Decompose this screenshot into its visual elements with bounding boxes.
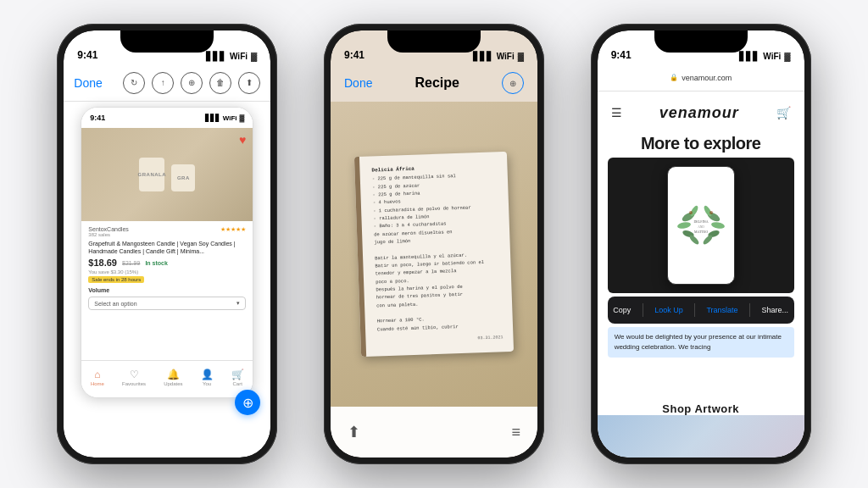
tab-cart[interactable]: 🛒 Cart [231,369,244,386]
inner-phone-etsy: 9:41 ▋▋▋ WiFi ▓ ‹ GRANALA [81,107,253,398]
done-button-1[interactable]: Done [74,76,102,90]
you-tab-icon: 👤 [201,369,214,380]
phone3-screen: 9:41 ▋▋▋ WiFi ▓ 🔒 venamour.com ☰ venamou… [598,30,804,458]
phone-2: 9:41 ▋▋▋ WiFi ▓ Done Recipe ⊕ [324,24,544,464]
lock-icon: 🔒 [670,74,678,81]
tab-favourites[interactable]: ♡ Favourites [122,369,146,386]
candle-visual: GRANALA GRA [139,158,195,191]
candle-small: GRA [171,164,195,191]
phone2-screen: 9:41 ▋▋▋ WiFi ▓ Done Recipe ⊕ [331,30,537,458]
nav-icon-person[interactable]: ⊕ [181,72,203,94]
select-placeholder: Select an option [94,301,136,307]
notebook-spine [354,157,366,357]
tab-home[interactable]: ⌂ Home [91,369,104,386]
phone2-navbar: Done Recipe ⊕ [331,64,537,102]
inner-wifi: WiFi [223,114,237,122]
wifi-icon: WiFi [230,52,248,61]
notch-3 [654,30,748,53]
translate-menu-item[interactable]: Translate [706,306,737,314]
save-text: You save $3.30 (15%) [88,269,246,274]
inner-time: 9:41 [90,114,105,122]
in-stock-badge: In stock [145,260,167,266]
volume-label: Volume [88,287,246,293]
price-row: $18.69 $21.99 In stock [88,258,246,268]
list-action-icon[interactable]: ≡ [511,424,520,441]
scene: 9:41 ▋▋▋ WiFi ▓ Done ↻ ↑ ⊕ 🗑 ⬆ [0,0,868,488]
shop-artwork-link[interactable]: Shop Artwork [598,402,804,415]
tab-updates[interactable]: 🔔 Updates [164,369,182,386]
notebook-content: Delicia África - 225 g de mantequilla si… [364,163,503,347]
context-divider-1 [643,303,643,317]
export-icon: ⬆ [246,78,253,87]
product-info: SentoxCandles 382 sales ★★★★★ Grapefruit… [81,221,253,315]
lookup-menu-item[interactable]: Look Up [654,306,683,314]
product-showcase: DELFINA AND MATTEO [608,158,794,293]
share-icon: ↑ [161,78,165,87]
globe-icon: ⊕ [509,79,516,88]
updates-tab-label: Updates [164,381,182,386]
signal-icon-3: ▋▋▋ [739,52,760,61]
svg-point-3 [688,234,700,246]
inner-signal: ▋▋▋ [205,114,220,122]
battery-icon-3: ▓ [784,52,790,61]
status-time-2: 9:41 [344,49,364,61]
you-tab-label: You [203,381,211,386]
wifi-icon-3: WiFi [763,52,781,61]
copy-menu-item[interactable]: Copy [613,306,631,314]
phone1-nav-icons: ↻ ↑ ⊕ 🗑 ⬆ [123,72,260,94]
status-time-3: 9:41 [611,49,632,61]
share-action-icon[interactable]: ⬆ [348,423,360,441]
tab-you[interactable]: 👤 You [201,369,214,386]
nav-icon-refresh[interactable]: ↻ [123,72,145,94]
price-main: $18.69 [88,258,117,268]
heart-icon[interactable]: ♥ [239,133,246,147]
svg-text:MATTEO: MATTEO [694,230,708,234]
translate-btn[interactable]: ⊕ [502,72,524,94]
shop-reviews: 382 sales [88,232,128,237]
url-bar[interactable]: 🔒 venamour.com [598,64,804,92]
status-icons-1: ▋▋▋ WiFi ▓ [206,52,257,61]
done-button-2[interactable]: Done [344,76,372,90]
nav-icon-trash[interactable]: 🗑 [209,72,231,94]
explore-heading: More to explore [598,134,804,153]
battery-icon: ▓ [251,52,257,61]
battery-icon-2: ▓ [518,52,524,61]
svg-point-11 [709,211,713,214]
context-divider-2 [694,303,695,317]
signal-icon: ▋▋▋ [206,52,226,61]
product-title: Grapefruit & Mangosteen Candle | Vegan S… [88,240,246,255]
svg-point-1 [676,221,691,230]
hamburger-icon[interactable]: ☰ [611,106,622,119]
product-image-area: GRANALA GRA ♥ [81,128,253,221]
select-dropdown[interactable]: Select an option ▾ [88,297,246,310]
nav-icon-share[interactable]: ↑ [152,72,174,94]
cart-icon: 🛒 [776,106,791,119]
phone1-screen: 9:41 ▋▋▋ WiFi ▓ Done ↻ ↑ ⊕ 🗑 ⬆ [64,30,270,458]
inner-status: 9:41 ▋▋▋ WiFi ▓ [81,108,253,128]
url-text: venamour.com [682,74,732,82]
showcase-phone: DELFINA AND MATTEO [667,166,735,285]
signal-icon-2: ▋▋▋ [473,52,493,61]
bottom-thumbnail [598,415,804,458]
phone2-bottom-actions: ⬆ ≡ [331,407,537,458]
notch-1 [120,30,214,53]
venamour-header: ☰ venamour 🛒 [598,92,804,134]
brand-name: venamour [659,104,739,122]
context-menu: Copy Look Up Translate Share... [608,297,794,324]
fab-icon: ⊕ [242,395,253,411]
svg-point-5 [710,221,725,230]
nav-icon-export[interactable]: ⬆ [238,72,260,94]
notebook-area: Delicia África - 225 g de mantequilla si… [331,102,537,407]
fab-button[interactable]: ⊕ [235,390,260,415]
refresh-icon: ↻ [131,78,137,87]
recipe-date: 03.31.2021 [377,334,503,346]
cart-tab-icon: 🛒 [231,369,244,380]
share-menu-item[interactable]: Share... [761,306,788,314]
person-icon: ⊕ [188,78,195,87]
cart-button[interactable]: 🛒 [776,105,791,120]
status-icons-2: ▋▋▋ WiFi ▓ [473,52,524,61]
fav-tab-icon: ♡ [130,369,139,380]
trash-icon: 🗑 [216,78,225,87]
selected-text: We would be delighted by your presence a… [608,327,794,358]
inner-battery: ▓ [239,114,244,122]
